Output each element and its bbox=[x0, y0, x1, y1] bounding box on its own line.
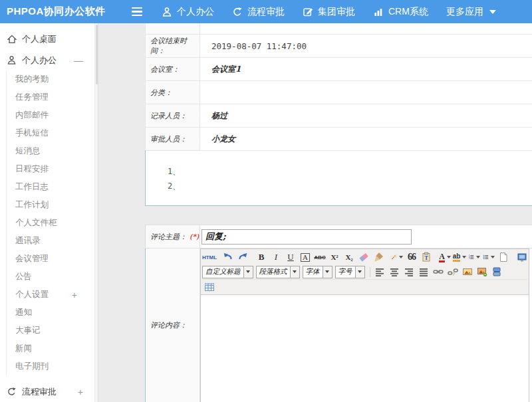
sidebar-item-announcement[interactable]: 公告 bbox=[7, 268, 98, 286]
table-icon[interactable] bbox=[203, 281, 216, 293]
align-center-icon[interactable] bbox=[388, 266, 401, 278]
table-row-category: 分类： bbox=[145, 80, 532, 104]
subscript-button[interactable]: X₂ bbox=[342, 251, 356, 263]
nav-label: CRM系统 bbox=[388, 6, 428, 18]
sidebar-item-personal-office[interactable]: 个人办公 — bbox=[0, 50, 98, 70]
nav-personal-office[interactable]: 个人办公 bbox=[162, 6, 214, 18]
sidebar-item-personal-files[interactable]: 个人文件柜 bbox=[7, 214, 98, 232]
field-label: 审批人员： bbox=[146, 128, 200, 150]
field-value: 小龙女 bbox=[200, 128, 532, 150]
new-page-icon[interactable] bbox=[497, 251, 510, 263]
sidebar-item-workflow-approval[interactable]: 流程审批 + bbox=[0, 381, 98, 402]
font-name-button[interactable]: A bbox=[301, 253, 310, 262]
font-family-select[interactable]: 字体 bbox=[303, 266, 332, 278]
sidebar-item-news[interactable]: 新闻 bbox=[7, 340, 98, 357]
top-header-bar: PHPOA协同办公软件 个人办公 流程审批 集团审批 CRM系统 bbox=[0, 0, 532, 23]
nav-group-approval[interactable]: 集团审批 bbox=[303, 6, 355, 18]
field-label: 评论内容： bbox=[146, 249, 200, 402]
sidebar-item-short-message[interactable]: 短消息 bbox=[7, 142, 98, 160]
sidebar-item-sms[interactable]: 手机短信 bbox=[7, 124, 98, 142]
sidebar-item-big-events[interactable]: 大事记 bbox=[7, 322, 98, 340]
comment-subject-input[interactable] bbox=[201, 229, 412, 245]
unlink-icon[interactable]: ? bbox=[446, 266, 460, 278]
field-label: 会议室： bbox=[146, 58, 200, 80]
caret-down-icon bbox=[290, 266, 299, 278]
sidebar-item-contacts[interactable]: 通讯录 bbox=[7, 232, 98, 250]
table-row-approver: 审批人员： 小龙女 bbox=[145, 127, 532, 150]
minutes-line: 1、 bbox=[168, 164, 532, 179]
superscript-button[interactable]: X² bbox=[328, 251, 341, 263]
sidebar-item-schedule[interactable]: 日程安排 bbox=[7, 160, 98, 178]
editor-toolbar: HTML B I U A ABC X² X₂ bbox=[201, 249, 529, 295]
toolbar-row-3 bbox=[202, 279, 527, 294]
sidebar-item-work-diary[interactable]: 工作日志 bbox=[7, 178, 98, 196]
italic-button[interactable]: I bbox=[269, 251, 283, 263]
sidebar-item-internal-mail[interactable]: 内部邮件 bbox=[7, 106, 98, 124]
sidebar-item-work-plan[interactable]: 工作计划 bbox=[7, 196, 98, 214]
field-label: 记录人员： bbox=[146, 104, 200, 127]
text-color-button[interactable]: A bbox=[438, 251, 452, 263]
sidebar-item-my-attendance[interactable]: 我的考勤 bbox=[7, 70, 98, 88]
image-icon[interactable] bbox=[461, 266, 474, 278]
sidebar-item-e-journal[interactable]: 电子期刊 bbox=[7, 357, 98, 375]
collapse-icon[interactable]: — bbox=[74, 55, 83, 66]
field-value: 会议室1 bbox=[200, 58, 532, 80]
sidebar-submenu: 我的考勤 任务管理 内部邮件 手机短信 短消息 日程安排 工作日志 工作计划 个… bbox=[6, 70, 98, 375]
undo-icon[interactable] bbox=[221, 251, 235, 263]
eraser-icon[interactable] bbox=[357, 251, 370, 263]
table-row-meeting-end-time: 会议结束时间： 2019-08-07 11:47:00 bbox=[145, 34, 532, 57]
images-icon[interactable] bbox=[475, 266, 489, 278]
field-label: 会议结束时间： bbox=[146, 35, 200, 57]
sidebar-item-personal-settings[interactable]: 个人设置 + bbox=[7, 286, 98, 304]
editor-content-area[interactable] bbox=[201, 295, 529, 402]
html-source-button[interactable]: HTML bbox=[203, 251, 216, 263]
meeting-minutes-body: 1、 2、 bbox=[145, 150, 532, 206]
link-icon[interactable] bbox=[432, 266, 445, 278]
minutes-line: 2、 bbox=[168, 179, 532, 193]
sidebar-scrollbar[interactable] bbox=[94, 23, 98, 402]
sidebar-item-task-management[interactable]: 任务管理 bbox=[7, 88, 98, 106]
fullscreen-icon[interactable] bbox=[515, 251, 529, 263]
table-row-comment-content: 评论内容： HTML B I U A bbox=[145, 249, 532, 402]
sidebar: 个人桌面 个人办公 — 我的考勤 任务管理 内部邮件 手机短信 短消息 日程安排… bbox=[0, 23, 98, 402]
media-icon[interactable] bbox=[490, 266, 503, 278]
sidebar-item-personal-desktop[interactable]: 个人桌面 bbox=[0, 28, 98, 50]
wand-icon[interactable] bbox=[390, 251, 404, 263]
field-label: 评论主题： (*) bbox=[146, 225, 200, 248]
nav-label: 个人办公 bbox=[177, 6, 214, 18]
svg-text:3: 3 bbox=[469, 257, 470, 260]
redo-icon[interactable] bbox=[236, 251, 249, 263]
nav-workflow-approval[interactable]: 流程审批 bbox=[232, 6, 285, 18]
flow-icon bbox=[6, 386, 17, 397]
blockquote-button[interactable]: 66 bbox=[405, 251, 418, 263]
ordered-list-icon[interactable]: 123 bbox=[467, 251, 481, 263]
table-row-meeting-room: 会议室： 会议室1 bbox=[145, 57, 532, 80]
field-label: 分类： bbox=[146, 81, 200, 104]
expand-icon[interactable]: + bbox=[72, 290, 77, 300]
brush-icon[interactable] bbox=[372, 251, 385, 263]
bar-chart-icon bbox=[373, 7, 384, 17]
font-size-select[interactable]: 字号 bbox=[335, 266, 365, 278]
bold-button[interactable]: B bbox=[255, 251, 268, 263]
nav-crm-system[interactable]: CRM系统 bbox=[373, 6, 428, 18]
svg-text:T: T bbox=[424, 254, 428, 261]
strikethrough-button[interactable]: ABC bbox=[313, 251, 327, 263]
nav-more-apps[interactable]: 更多应用 bbox=[446, 6, 496, 18]
align-justify-icon[interactable] bbox=[417, 266, 430, 278]
hamburger-menu-icon[interactable] bbox=[132, 5, 146, 19]
home-icon bbox=[6, 33, 17, 45]
expand-icon[interactable]: + bbox=[78, 387, 83, 397]
underline-button[interactable]: U bbox=[284, 251, 297, 263]
align-left-icon[interactable] bbox=[373, 266, 386, 278]
user-icon bbox=[162, 7, 172, 17]
heading-select[interactable]: 自定义标题 bbox=[202, 266, 253, 278]
highlight-color-button[interactable]: ab bbox=[453, 251, 466, 263]
paste-icon[interactable]: T bbox=[420, 251, 433, 263]
top-navigation: 个人办公 流程审批 集团审批 CRM系统 更多应用 bbox=[162, 0, 496, 23]
align-right-icon[interactable] bbox=[402, 266, 416, 278]
paragraph-format-select[interactable]: 段落格式 bbox=[256, 266, 300, 278]
sidebar-item-notice[interactable]: 通知 bbox=[7, 304, 98, 322]
sidebar-item-label: 流程审批 bbox=[22, 386, 57, 398]
unordered-list-icon[interactable] bbox=[482, 251, 495, 263]
sidebar-item-meeting-management[interactable]: 会议管理 bbox=[7, 250, 98, 268]
